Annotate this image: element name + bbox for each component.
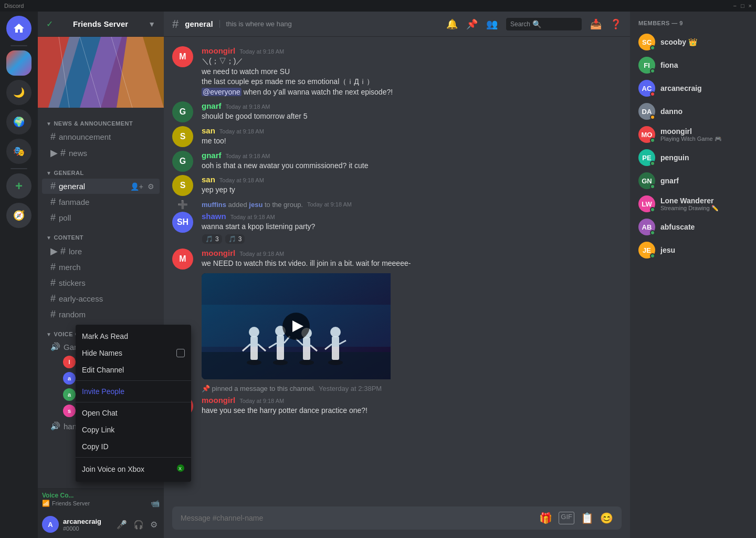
window-controls[interactable]: − □ × <box>733 3 752 9</box>
message-author[interactable]: shawn <box>202 212 226 221</box>
message-author[interactable]: san <box>202 175 215 184</box>
member-item[interactable]: AB abfuscate <box>634 215 752 239</box>
user-link[interactable]: jesu <box>249 201 262 209</box>
status-dot <box>650 68 655 74</box>
sticker-icon[interactable]: 📋 <box>581 512 594 524</box>
system-message: ➕ muffins added jesu to the group. Today… <box>164 199 630 211</box>
member-item[interactable]: GN gnarf <box>634 169 752 192</box>
channel-general[interactable]: # general 👤+ ⚙ <box>42 179 160 194</box>
message-group: M moongirl Today at 9:18 AM have you see… <box>164 395 630 417</box>
member-item[interactable]: FI fiona <box>634 54 752 77</box>
notifications-icon[interactable]: 🔔 <box>446 18 458 30</box>
voice-status-bar: Voice Co... 📶 Friends Server 📹 <box>38 488 164 511</box>
pin-icon[interactable]: 📌 <box>466 18 478 30</box>
context-edit-channel[interactable]: Edit Channel <box>76 361 191 378</box>
channel-stickers[interactable]: # stickers <box>42 275 160 291</box>
reaction-button[interactable]: 🎵 3 <box>225 234 246 244</box>
message-author[interactable]: moongirl <box>202 249 235 257</box>
help-icon[interactable]: ❓ <box>610 18 622 30</box>
avatar: M <box>172 46 193 67</box>
channel-early-access[interactable]: # early-access <box>42 291 160 306</box>
status-dot <box>650 207 655 212</box>
message-text: we NEED to watch this txt video. ill joi… <box>202 258 622 269</box>
member-info: moongirl Playing Witch Game 🎮 <box>660 127 748 142</box>
category-content[interactable]: ▼ CONTENT <box>38 226 164 243</box>
member-avatar-wrap: SC <box>638 34 655 50</box>
member-item[interactable]: SC scooby 👑 <box>634 30 752 54</box>
channel-description: this is where we hang <box>219 20 292 28</box>
settings-icon[interactable]: ⚙ <box>146 181 155 192</box>
user-controls: 🎤 🎧 ⚙ <box>114 518 160 532</box>
members-icon[interactable]: 👥 <box>486 18 498 30</box>
message-author[interactable]: moongirl <box>202 396 235 405</box>
context-open-chat[interactable]: Open Chat <box>76 405 191 421</box>
server-icon-2[interactable]: 🌙 <box>6 80 32 105</box>
message-content: moongirl Today at 9:18 AM have you see t… <box>202 396 622 416</box>
channel-lore[interactable]: ▶ # lore <box>42 243 160 259</box>
message-content: shawn Today at 9:18 AM wanna start a kpo… <box>202 212 622 245</box>
channel-announcement[interactable]: # announcement <box>42 129 160 144</box>
message-author[interactable]: gnarf <box>202 101 222 110</box>
video-icon[interactable]: 📹 <box>151 499 160 508</box>
search-box[interactable]: Search 🔍 <box>506 18 582 30</box>
message-group: M moongirl Today at 9:18 AM we NEED to w… <box>164 247 630 380</box>
channel-news[interactable]: ▶ # news <box>42 145 160 161</box>
member-item[interactable]: AC arcanecraig <box>634 77 752 100</box>
context-hide-names[interactable]: Hide Names <box>76 345 191 361</box>
search-icon: 🔍 <box>532 20 541 28</box>
member-item[interactable]: DA danno <box>634 100 752 123</box>
message-group: S san Today at 9:18 AM me too! <box>164 125 630 148</box>
message-content: gnarf Today at 9:18 AM should be good to… <box>202 101 622 122</box>
avatar: G <box>172 101 193 122</box>
member-info: Lone Wanderer Streaming Drawing ✏️ <box>660 196 748 212</box>
svg-point-26 <box>328 360 343 365</box>
message-author[interactable]: gnarf <box>202 151 222 160</box>
deafen-button[interactable]: 🎧 <box>131 518 146 532</box>
svg-rect-10 <box>202 352 391 379</box>
message-author[interactable]: san <box>202 126 215 135</box>
emoji-icon[interactable]: 😊 <box>600 512 613 524</box>
close-button[interactable]: × <box>749 3 752 9</box>
context-copy-id[interactable]: Copy ID <box>76 438 191 455</box>
server-header[interactable]: ✓ Friends Server ▼ <box>38 12 164 37</box>
maximize-button[interactable]: □ <box>741 3 744 9</box>
member-item[interactable]: JE jesu <box>634 239 752 262</box>
category-news[interactable]: ▼ NEWS & ANNOUNCEMENT <box>38 112 164 129</box>
member-item[interactable]: MO moongirl Playing Witch Game 🎮 <box>634 123 752 146</box>
server-name: Friends Server <box>73 19 128 28</box>
settings-button[interactable]: ⚙ <box>148 518 160 532</box>
video-player[interactable] <box>202 273 391 379</box>
context-join-voice-xbox[interactable]: Join Voice on Xbox X <box>76 460 191 479</box>
server-icon-3[interactable]: 🌍 <box>6 109 32 134</box>
member-name: abfuscate <box>660 223 695 231</box>
mute-button[interactable]: 🎤 <box>114 518 129 532</box>
home-button[interactable] <box>6 16 32 41</box>
category-general[interactable]: ▼ GENERAL <box>38 161 164 178</box>
context-mark-as-read[interactable]: Mark As Read <box>76 328 191 345</box>
friends-server-icon[interactable] <box>6 50 32 76</box>
mention: @everyone <box>202 88 242 96</box>
channel-fanmade[interactable]: # fanmade <box>42 194 160 210</box>
member-item[interactable]: PE penguin <box>634 146 752 169</box>
minimize-button[interactable]: − <box>733 3 736 9</box>
channel-random[interactable]: # random <box>42 307 160 322</box>
context-copy-link[interactable]: Copy Link <box>76 421 191 438</box>
message-author[interactable]: moongirl <box>202 46 235 55</box>
message-text: ooh is that a new avatar you commissione… <box>202 161 622 171</box>
server-icon-4[interactable]: 🎭 <box>6 139 32 164</box>
add-server-button[interactable]: + <box>6 173 32 199</box>
context-invite-people[interactable]: Invite People <box>76 383 191 400</box>
member-item[interactable]: LW Lone Wanderer Streaming Drawing ✏️ <box>634 192 752 215</box>
inbox-icon[interactable]: 📥 <box>590 18 602 30</box>
avatar: G <box>172 151 193 172</box>
message-input[interactable] <box>181 514 535 522</box>
explore-button[interactable]: 🧭 <box>6 203 32 228</box>
reaction-button[interactable]: 🎵 3 <box>202 234 223 244</box>
voice-status-title: Voice Co... <box>42 492 160 499</box>
gif-icon[interactable]: GIF <box>559 512 574 524</box>
channel-poll[interactable]: # poll <box>42 210 160 225</box>
add-member-icon[interactable]: 👤+ <box>129 181 144 192</box>
channel-merch[interactable]: # merch <box>42 260 160 275</box>
gift-icon[interactable]: 🎁 <box>539 512 552 524</box>
user-link[interactable]: muffins <box>202 201 226 209</box>
